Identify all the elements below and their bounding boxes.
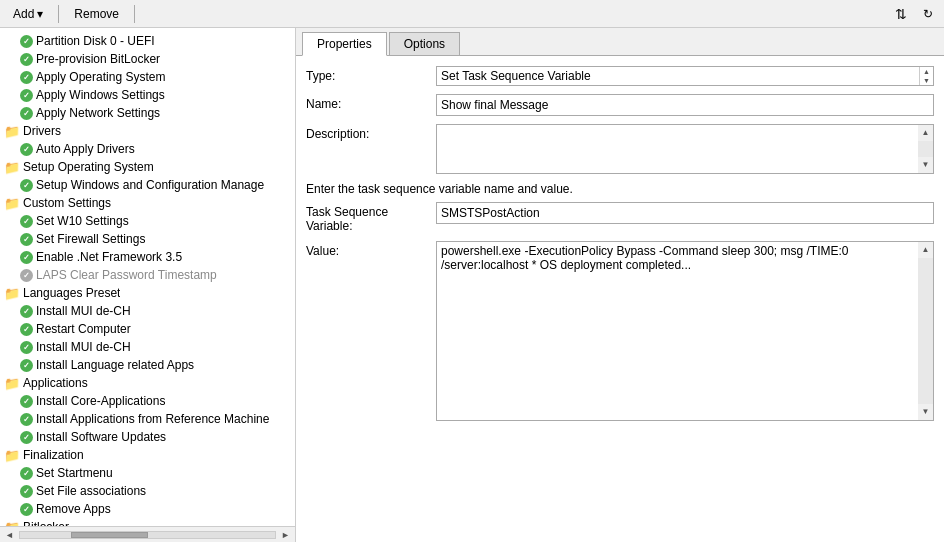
check-icon: ✓: [20, 323, 33, 336]
tree-item-set-startmenu[interactable]: ✓Set Startmenu: [0, 464, 295, 482]
check-icon: ✓: [20, 53, 33, 66]
folder-icon: 📁: [4, 376, 20, 391]
tree-item-label: Apply Network Settings: [36, 106, 160, 120]
move-up-icon[interactable]: ⇅: [890, 3, 912, 25]
tree-item-laps-clear[interactable]: ✓LAPS Clear Password Timestamp: [0, 266, 295, 284]
value-scroll-up[interactable]: ▲: [918, 242, 933, 258]
add-label: Add: [13, 7, 34, 21]
folder-icon: 📁: [4, 124, 20, 139]
check-icon: ✓: [20, 485, 33, 498]
tree-item-install-ref[interactable]: ✓Install Applications from Reference Mac…: [0, 410, 295, 428]
check-icon: ✓: [20, 215, 33, 228]
tree-item-label: Applications: [23, 376, 88, 390]
scroll-thumb: [71, 532, 148, 538]
tree-item-install-mui-ch2[interactable]: ✓Install MUI de-CH: [0, 338, 295, 356]
tree-item-partition-disk[interactable]: ✓Partition Disk 0 - UEFI: [0, 32, 295, 50]
description-textarea[interactable]: [436, 124, 918, 174]
tree-item-set-w10[interactable]: ✓Set W10 Settings: [0, 212, 295, 230]
tree-item-install-core[interactable]: ✓Install Core-Applications: [0, 392, 295, 410]
description-scroll: ▲ ▼: [918, 124, 934, 174]
tree-item-finalization[interactable]: 📁Finalization: [0, 446, 295, 464]
tree-item-languages-preset[interactable]: 📁Languages Preset: [0, 284, 295, 302]
tree-item-label: Install MUI de-CH: [36, 340, 131, 354]
type-label: Type:: [306, 66, 436, 83]
tabs: Properties Options: [296, 28, 944, 56]
tree-item-label: Setup Operating System: [23, 160, 154, 174]
desc-scroll-down[interactable]: ▼: [918, 157, 933, 173]
tree-item-label: Setup Windows and Configuration Manage: [36, 178, 264, 192]
tab-properties[interactable]: Properties: [302, 32, 387, 56]
value-label: Value:: [306, 241, 436, 258]
tree-item-set-file-assoc[interactable]: ✓Set File associations: [0, 482, 295, 500]
check-icon: ✓: [20, 89, 33, 102]
tree-item-setup-os[interactable]: 📁Setup Operating System: [0, 158, 295, 176]
folder-icon: 📁: [4, 160, 20, 175]
folder-icon: 📁: [4, 196, 20, 211]
tree-container[interactable]: ✓Partition Disk 0 - UEFI✓Pre-provision B…: [0, 28, 295, 526]
tree-item-label: Pre-provision BitLocker: [36, 52, 160, 66]
tsv-input[interactable]: [436, 202, 934, 224]
add-dropdown-icon[interactable]: ▾: [37, 7, 43, 21]
refresh-icon[interactable]: ↻: [918, 4, 938, 24]
bottom-scrollbar[interactable]: ◄ ►: [0, 526, 295, 542]
tree-item-enable-netfw[interactable]: ✓Enable .Net Framework 3.5: [0, 248, 295, 266]
tab-options[interactable]: Options: [389, 32, 460, 55]
remove-label: Remove: [74, 7, 119, 21]
value-textarea[interactable]: powershell.exe -ExecutionPolicy Bypass -…: [436, 241, 918, 421]
tree-item-bitlocker[interactable]: 📁Bitlocker: [0, 518, 295, 526]
tree-item-remove-apps[interactable]: ✓Remove Apps: [0, 500, 295, 518]
check-icon: ✓: [20, 251, 33, 264]
tree-item-label: Auto Apply Drivers: [36, 142, 135, 156]
tree-item-auto-apply-drivers[interactable]: ✓Auto Apply Drivers: [0, 140, 295, 158]
value-row: Value: powershell.exe -ExecutionPolicy B…: [306, 241, 934, 421]
tree-item-label: Partition Disk 0 - UEFI: [36, 34, 155, 48]
toolbar-separator: [58, 5, 59, 23]
type-input[interactable]: [437, 67, 919, 85]
scroll-right-arrow[interactable]: ►: [278, 529, 293, 541]
value-textarea-wrapper: powershell.exe -ExecutionPolicy Bypass -…: [436, 241, 934, 421]
tree-item-applications[interactable]: 📁Applications: [0, 374, 295, 392]
tree-item-restart-computer[interactable]: ✓Restart Computer: [0, 320, 295, 338]
tree-item-set-firewall[interactable]: ✓Set Firewall Settings: [0, 230, 295, 248]
tree-item-apply-network[interactable]: ✓Apply Network Settings: [0, 104, 295, 122]
toolbar: Add ▾ Remove ⇅ ↻: [0, 0, 944, 28]
tree-item-custom-settings[interactable]: 📁Custom Settings: [0, 194, 295, 212]
check-icon: ✓: [20, 71, 33, 84]
folder-icon: 📁: [4, 286, 20, 301]
type-scroll-down[interactable]: ▼: [920, 76, 933, 85]
type-input-wrapper: ▲ ▼: [436, 66, 934, 86]
tree-item-label: Install Applications from Reference Mach…: [36, 412, 269, 426]
tree-item-install-sw[interactable]: ✓Install Software Updates: [0, 428, 295, 446]
tree-item-apply-os[interactable]: ✓Apply Operating System: [0, 68, 295, 86]
tree-item-label: Install Core-Applications: [36, 394, 165, 408]
tree-item-install-lang[interactable]: ✓Install Language related Apps: [0, 356, 295, 374]
tree-item-preprovision-bitlocker[interactable]: ✓Pre-provision BitLocker: [0, 50, 295, 68]
value-container: powershell.exe -ExecutionPolicy Bypass -…: [436, 241, 934, 421]
tree-item-label: Set Startmenu: [36, 466, 113, 480]
tree-item-label: Languages Preset: [23, 286, 120, 300]
section-text: Enter the task sequence variable name an…: [306, 182, 934, 196]
type-scroll-arrows: ▲ ▼: [919, 67, 933, 85]
add-button[interactable]: Add ▾: [6, 4, 50, 24]
check-icon: ✓: [20, 233, 33, 246]
tsv-label: Task Sequence Variable:: [306, 202, 436, 233]
name-input[interactable]: [436, 94, 934, 116]
tree-item-apply-windows[interactable]: ✓Apply Windows Settings: [0, 86, 295, 104]
tree-item-drivers[interactable]: 📁Drivers: [0, 122, 295, 140]
right-panel: Properties Options Type: ▲ ▼: [296, 28, 944, 542]
description-textarea-wrapper: ▲ ▼: [436, 124, 934, 174]
check-icon: ✓: [20, 143, 33, 156]
type-row: Type: ▲ ▼: [306, 66, 934, 86]
tree-item-setup-windows[interactable]: ✓Setup Windows and Configuration Manage: [0, 176, 295, 194]
scroll-left-arrow[interactable]: ◄: [2, 529, 17, 541]
scroll-track[interactable]: [19, 531, 276, 539]
check-icon: ✓: [20, 35, 33, 48]
check-icon: ✓: [20, 359, 33, 372]
type-scroll-up[interactable]: ▲: [920, 67, 933, 76]
tree-item-install-mui-ch[interactable]: ✓Install MUI de-CH: [0, 302, 295, 320]
desc-scroll-up[interactable]: ▲: [918, 125, 933, 141]
tree-item-label: Finalization: [23, 448, 84, 462]
value-scroll-down[interactable]: ▼: [918, 404, 933, 420]
remove-button[interactable]: Remove: [67, 4, 126, 24]
description-row: Description: ▲ ▼: [306, 124, 934, 174]
